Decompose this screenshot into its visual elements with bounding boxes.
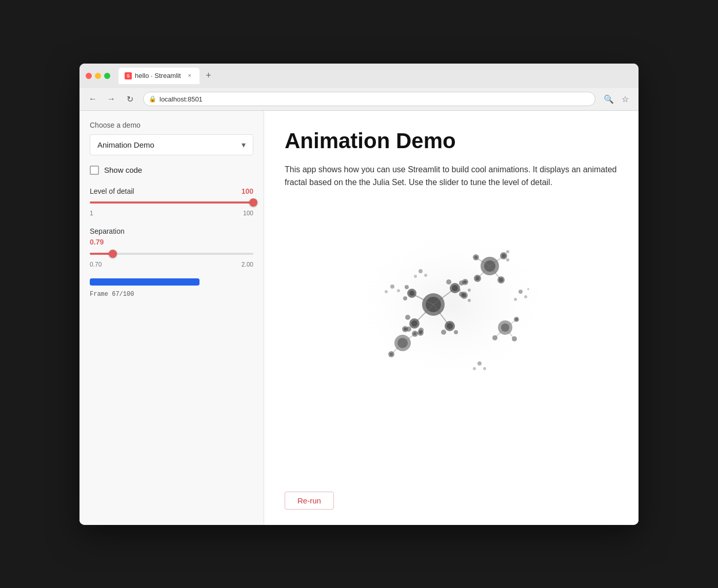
svg-point-77 [473, 367, 476, 370]
svg-point-22 [409, 291, 414, 296]
svg-point-66 [413, 332, 416, 335]
traffic-lights [86, 73, 110, 79]
svg-point-71 [514, 298, 517, 301]
svg-point-24 [405, 285, 409, 289]
separation-thumb[interactable] [109, 250, 117, 258]
tab-close-button[interactable]: × [186, 72, 193, 79]
show-code-label: Show code [104, 166, 142, 174]
maximize-button[interactable] [104, 73, 110, 79]
browser-tab[interactable]: S hello · Streamlit × [118, 68, 200, 84]
svg-point-58 [515, 318, 518, 321]
slider-header: Level of detail 100 [90, 187, 253, 195]
rerun-button[interactable]: Re-run [285, 492, 334, 510]
back-button[interactable]: ← [86, 92, 100, 106]
show-code-row[interactable]: Show code [90, 166, 253, 175]
separation-range: 0.70 2.00 [90, 261, 253, 268]
nav-actions: 🔍 ☆ [602, 92, 632, 106]
svg-point-81 [424, 274, 427, 277]
show-code-checkbox[interactable] [90, 166, 99, 175]
svg-point-72 [527, 288, 529, 290]
separation-min: 0.70 [90, 261, 102, 268]
svg-point-44 [506, 258, 509, 261]
browser-content: Choose a demo Animation Demo ▾ Show code… [79, 111, 639, 525]
svg-point-45 [506, 250, 509, 253]
level-of-detail-max: 100 [243, 210, 253, 217]
svg-point-43 [502, 254, 506, 258]
url-text: localhost:8501 [159, 95, 203, 103]
svg-point-20 [454, 330, 458, 334]
chevron-down-icon: ▾ [242, 140, 246, 150]
svg-point-19 [441, 330, 446, 335]
svg-point-79 [418, 269, 423, 273]
svg-point-51 [474, 256, 477, 259]
svg-point-35 [419, 331, 422, 334]
sidebar: Choose a demo Animation Demo ▾ Show code… [79, 111, 264, 525]
svg-point-59 [492, 335, 497, 340]
page-description: This app shows how you can use Streamlit… [285, 163, 618, 189]
main-area: Animation Demo This app shows how you ca… [264, 111, 639, 525]
separation-slider-header: Separation [90, 227, 253, 235]
svg-point-27 [468, 299, 471, 302]
fractal-container [285, 205, 618, 420]
svg-point-80 [414, 275, 417, 278]
fractal-image [341, 215, 562, 399]
refresh-button[interactable]: ↻ [123, 92, 137, 106]
svg-point-69 [518, 290, 523, 294]
level-of-detail-range: 1 100 [90, 210, 253, 217]
separation-slider[interactable] [90, 249, 253, 259]
svg-point-60 [512, 336, 517, 341]
svg-point-74 [385, 290, 388, 293]
svg-point-26 [462, 293, 466, 297]
svg-point-23 [403, 296, 407, 300]
separation-value: 0.79 [90, 238, 104, 246]
svg-point-14 [405, 315, 410, 320]
level-of-detail-track [90, 201, 253, 204]
svg-point-73 [390, 285, 394, 289]
progress-bar [90, 278, 200, 286]
svg-point-28 [468, 289, 471, 292]
svg-point-76 [477, 361, 482, 366]
lock-icon: 🔒 [149, 95, 156, 103]
tab-bar: S hello · Streamlit × + [118, 68, 632, 84]
svg-point-47 [475, 276, 480, 280]
level-of-detail-thumb[interactable] [249, 198, 257, 207]
level-of-detail-min: 1 [90, 210, 93, 217]
svg-point-78 [483, 367, 486, 370]
demo-select[interactable]: Animation Demo ▾ [90, 134, 253, 155]
level-of-detail-value: 100 [242, 187, 253, 195]
browser-window: S hello · Streamlit × + ← → ↻ 🔒 localhos… [79, 64, 639, 525]
choose-demo-label: Choose a demo [90, 121, 253, 129]
svg-point-68 [390, 353, 393, 356]
svg-point-0 [349, 222, 554, 387]
level-of-detail-slider[interactable] [90, 197, 253, 208]
tab-title: hello · Streamlit [135, 72, 181, 79]
address-bar[interactable]: 🔒 localhost:8501 [143, 92, 595, 106]
svg-point-18 [447, 323, 453, 329]
minimize-button[interactable] [95, 73, 101, 79]
svg-point-11 [446, 279, 451, 285]
svg-point-33 [404, 328, 407, 331]
svg-point-49 [499, 278, 503, 282]
level-of-detail-fill [90, 201, 253, 204]
svg-point-29 [457, 289, 461, 292]
separation-track [90, 253, 253, 255]
separation-label: Separation [90, 227, 125, 235]
bookmark-icon[interactable]: ☆ [618, 92, 632, 106]
svg-point-13 [411, 320, 417, 327]
new-tab-button[interactable]: + [202, 69, 216, 83]
level-of-detail-label: Level of detail [90, 187, 134, 195]
progress-container [90, 278, 253, 286]
page-title: Animation Demo [285, 129, 618, 153]
close-button[interactable] [86, 73, 92, 79]
svg-point-75 [397, 289, 400, 292]
svg-point-70 [524, 295, 527, 298]
nav-bar: ← → ↻ 🔒 localhost:8501 🔍 ☆ [79, 88, 639, 111]
separation-max: 2.00 [242, 261, 253, 268]
search-icon[interactable]: 🔍 [602, 92, 616, 106]
title-bar: S hello · Streamlit × + [79, 64, 639, 88]
frame-label: Frame 67/100 [90, 291, 253, 298]
separation-section: Separation 0.79 0.70 2.00 [90, 227, 253, 268]
svg-point-31 [464, 280, 467, 283]
svg-point-8 [452, 285, 458, 291]
forward-button[interactable]: → [104, 92, 118, 106]
